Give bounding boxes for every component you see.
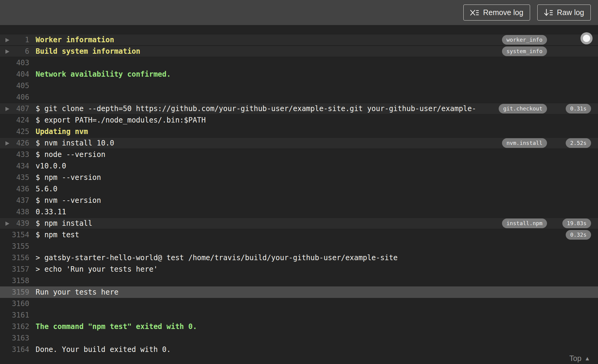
stage-tag-badge: install.npm (502, 219, 547, 228)
line-text: 0.33.11 (36, 206, 492, 218)
line-text (36, 241, 492, 252)
line-text: Done. Your build exited with 0. (36, 344, 492, 355)
stage-tag-badge: nvm.install (502, 138, 547, 148)
line-number[interactable]: 3158 (0, 275, 29, 286)
log-line: 3158 (0, 275, 598, 286)
log-line: 436 5.6.0 (0, 183, 598, 195)
scroll-to-top-link[interactable]: Top ▲ (569, 354, 590, 363)
stage-tag-badge: worker_info (502, 35, 547, 45)
duration-badge: 19.83s (562, 219, 591, 228)
line-number[interactable]: 1 (0, 34, 29, 46)
log-line: 1 Worker information worker_info (0, 34, 598, 46)
line-text: > gatsby-starter-hello-world@ test /home… (36, 252, 492, 263)
log-line: 3162 The command "npm test" exited with … (0, 321, 598, 332)
line-text: The command "npm test" exited with 0. (36, 321, 492, 332)
line-number[interactable]: 3164 (0, 344, 29, 355)
line-number[interactable]: 404 (0, 69, 29, 80)
remove-log-label: Remove log (483, 8, 523, 17)
line-number[interactable]: 3160 (0, 298, 29, 309)
line-number[interactable]: 407 (0, 103, 29, 114)
log-line: 426 $ nvm install 10.0 nvm.install 2.52s (0, 137, 598, 149)
line-text: Network availability confirmed. (36, 69, 492, 80)
line-text: Updating nvm (36, 126, 492, 137)
log-line: 3161 (0, 309, 598, 321)
line-text: $ npm install (36, 218, 492, 229)
line-text: $ git clone --depth=50 https://github.co… (36, 103, 492, 114)
scroll-position-indicator[interactable] (580, 32, 593, 44)
log-line: 405 (0, 80, 598, 91)
log-line: 3163 (0, 332, 598, 344)
line-text (36, 57, 492, 69)
log-line: 438 0.33.11 (0, 206, 598, 218)
line-text (36, 91, 492, 103)
chevron-up-icon: ▲ (584, 355, 590, 362)
line-number[interactable]: 3157 (0, 263, 29, 275)
log-line: 3154 $ npm test 0.32s (0, 229, 598, 241)
line-number[interactable]: 403 (0, 57, 29, 69)
stage-tag-badge: git.checkout (499, 104, 547, 113)
log-line: 3157 > echo 'Run your tests here' (0, 263, 598, 275)
line-text: $ npm test (36, 229, 492, 241)
line-number[interactable]: 426 (0, 137, 29, 149)
line-number[interactable]: 435 (0, 172, 29, 183)
line-number[interactable]: 438 (0, 206, 29, 218)
duration-badge: 0.31s (566, 104, 591, 113)
line-number[interactable]: 433 (0, 149, 29, 160)
line-text: $ export PATH=./node_modules/.bin:$PATH (36, 114, 492, 126)
line-text: $ nvm --version (36, 195, 492, 206)
line-number[interactable]: 3161 (0, 309, 29, 321)
log-line: 434 v10.0.0 (0, 160, 598, 172)
build-log: 1 Worker information worker_info 6 Build… (0, 25, 598, 364)
line-text: Worker information (36, 34, 492, 46)
log-line: 6 Build system information system_info (0, 46, 598, 57)
line-text (36, 309, 492, 321)
log-line: 439 $ npm install install.npm 19.83s (0, 218, 598, 229)
log-toolbar: Remove log Raw log (0, 0, 598, 25)
line-number[interactable]: 405 (0, 80, 29, 91)
line-text: v10.0.0 (36, 160, 492, 172)
remove-log-button[interactable]: Remove log (463, 5, 530, 21)
log-line: 3164 Done. Your build exited with 0. (0, 344, 598, 355)
line-text (36, 298, 492, 309)
line-text: 5.6.0 (36, 183, 492, 195)
log-line: 424 $ export PATH=./node_modules/.bin:$P… (0, 114, 598, 126)
line-number[interactable]: 406 (0, 91, 29, 103)
line-number[interactable]: 437 (0, 195, 29, 206)
line-number[interactable]: 434 (0, 160, 29, 172)
line-text: > echo 'Run your tests here' (36, 263, 492, 275)
line-text: $ nvm install 10.0 (36, 137, 492, 149)
line-number[interactable]: 3163 (0, 332, 29, 344)
log-line: 425 Updating nvm (0, 126, 598, 137)
line-text: Run your tests here (36, 286, 492, 298)
log-line: 403 (0, 57, 598, 69)
line-number[interactable]: 6 (0, 46, 29, 57)
line-text (36, 275, 492, 286)
line-number[interactable]: 3162 (0, 321, 29, 332)
log-line: 435 $ npm --version (0, 172, 598, 183)
log-line: 406 (0, 91, 598, 103)
arrow-down-list-icon (544, 9, 553, 17)
line-number[interactable]: 3154 (0, 229, 29, 241)
line-number[interactable]: 3156 (0, 252, 29, 263)
line-number[interactable]: 3155 (0, 241, 29, 252)
line-text (36, 332, 492, 344)
duration-badge: 0.32s (566, 230, 591, 240)
line-text: Build system information (36, 46, 492, 57)
raw-log-label: Raw log (557, 8, 584, 17)
line-number[interactable]: 425 (0, 126, 29, 137)
log-line: 3155 (0, 241, 598, 252)
line-number[interactable]: 3159 (0, 286, 29, 298)
log-line: 407 $ git clone --depth=50 https://githu… (0, 103, 598, 114)
log-line: 437 $ nvm --version (0, 195, 598, 206)
log-line: 404 Network availability confirmed. (0, 69, 598, 80)
raw-log-button[interactable]: Raw log (537, 5, 591, 21)
duration-badge: 2.52s (566, 138, 591, 148)
line-text: $ npm --version (36, 172, 492, 183)
log-line: 3160 (0, 298, 598, 309)
line-number[interactable]: 424 (0, 114, 29, 126)
line-number[interactable]: 439 (0, 218, 29, 229)
x-list-icon (470, 9, 479, 16)
line-number[interactable]: 436 (0, 183, 29, 195)
log-line: 3156 > gatsby-starter-hello-world@ test … (0, 252, 598, 263)
top-label: Top (569, 354, 581, 363)
